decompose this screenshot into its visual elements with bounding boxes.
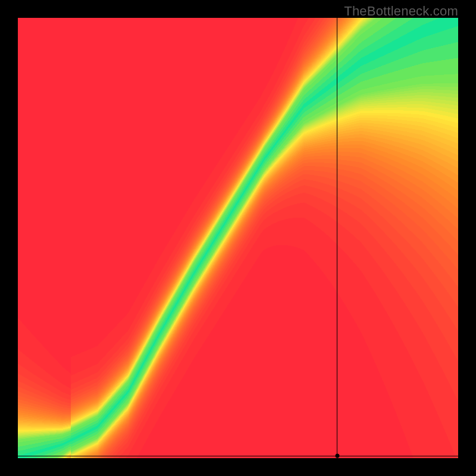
- crosshair-vertical-line: [337, 18, 337, 458]
- chart-frame: TheBottleneck.com: [0, 0, 476, 476]
- crosshair-horizontal-line: [18, 456, 458, 456]
- crosshair-point-icon: [335, 454, 339, 458]
- bottleneck-heatmap: [18, 18, 458, 458]
- watermark-label: TheBottleneck.com: [344, 4, 458, 19]
